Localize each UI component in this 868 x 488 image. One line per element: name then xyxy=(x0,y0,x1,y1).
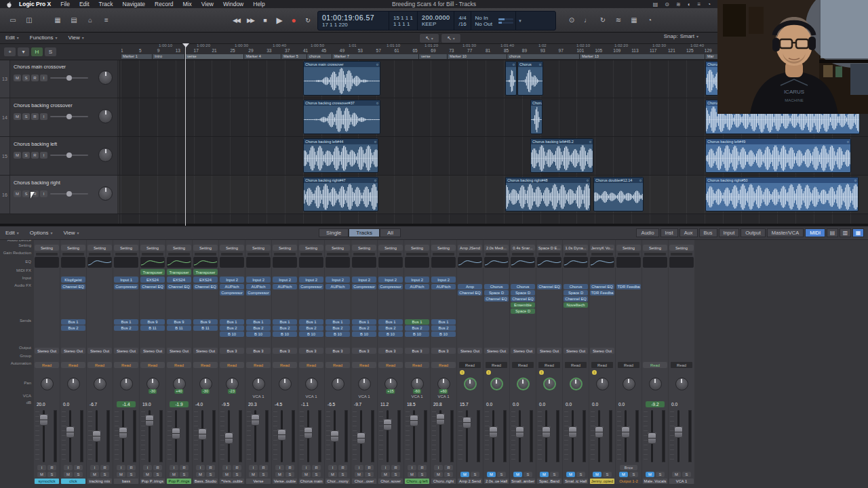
group-slot[interactable] xyxy=(325,355,351,361)
mixer-view-narrow-icon[interactable]: ▤ xyxy=(827,228,838,237)
send-slot-bus-1[interactable]: Bus 1 xyxy=(326,319,350,325)
fader-area[interactable] xyxy=(589,409,615,464)
solo-button[interactable]: S xyxy=(682,472,691,477)
fader-area[interactable] xyxy=(351,409,377,464)
track-m-button[interactable]: M xyxy=(14,75,21,81)
pan-control[interactable] xyxy=(589,377,615,394)
marker-chorus[interactable]: chorus xyxy=(307,54,332,59)
channel-setting-button[interactable]: Setting xyxy=(167,245,191,251)
volume-readout[interactable]: 0.0 xyxy=(589,401,615,407)
solo-button[interactable]: S xyxy=(656,472,665,477)
channel-setting-button[interactable]: Setting xyxy=(431,245,456,251)
channel-setting-button[interactable]: Setting xyxy=(643,245,667,251)
send-slot-b-11[interactable]: B 11 xyxy=(140,325,165,331)
channel-setting-button[interactable]: Setting xyxy=(616,245,641,251)
plugin-slot-aupitch[interactable]: AUPitch xyxy=(326,284,350,289)
channel-name[interactable]: Small..amber xyxy=(511,479,535,484)
mixer-channel-vers-ouble[interactable]: SettingInput 2AUPitchCompressorBus 1Bus … xyxy=(219,239,245,484)
solo-button[interactable]: S xyxy=(285,472,294,477)
automation-mode-button[interactable]: Read xyxy=(538,362,560,368)
fader-area[interactable] xyxy=(325,409,351,464)
pan-knob[interactable] xyxy=(543,378,556,390)
forward-button[interactable]: ▶▶ xyxy=(243,13,257,27)
pan-control[interactable] xyxy=(325,377,351,394)
input-monitor-button[interactable]: I xyxy=(222,465,231,470)
fader-handle[interactable] xyxy=(489,426,498,438)
eq-thumbnail[interactable] xyxy=(167,257,191,268)
send-slot-bus-9[interactable]: Bus 9 xyxy=(167,319,191,325)
send-slot-bus-2[interactable]: Bus 2 xyxy=(273,325,297,331)
plugin-slot-channel-eq[interactable]: Channel EQ xyxy=(564,296,588,302)
volume-readout[interactable]: 0.0 xyxy=(616,401,642,407)
send-slot-bus-2[interactable]: Bus 2 xyxy=(326,325,350,331)
channel-setting-button[interactable]: Setting xyxy=(35,245,59,251)
mixer-tab-tracks[interactable]: Tracks xyxy=(349,228,380,237)
channel-name[interactable]: Chor...over xyxy=(352,479,376,484)
track-r-button[interactable]: R xyxy=(31,152,39,159)
channel-name[interactable]: click xyxy=(61,479,85,484)
track-volume-slider[interactable] xyxy=(50,77,88,79)
plugin-slot-channel-eq[interactable]: Channel EQ xyxy=(484,296,509,302)
fader-handle[interactable] xyxy=(462,417,471,428)
mute-button[interactable]: M xyxy=(566,472,575,477)
pan-knob[interactable] xyxy=(490,378,503,390)
eq-thumbnail[interactable] xyxy=(484,257,509,268)
mixer-filter-midi[interactable]: MIDI xyxy=(805,228,825,237)
pan-control[interactable] xyxy=(34,377,60,394)
mute-button[interactable]: M xyxy=(37,472,46,477)
lcd-time[interactable]: 01:00:19:06.57 xyxy=(322,14,384,22)
volume-slider-handle[interactable] xyxy=(66,114,72,119)
track-header-chorus-main-crossover[interactable]: 13Chorus main crossoverMSRI xyxy=(0,60,117,98)
pan-control[interactable] xyxy=(642,377,668,394)
send-slot-bus-1[interactable]: Bus 1 xyxy=(273,319,297,325)
automation-mode-button[interactable]: Read xyxy=(299,362,323,368)
fader-area[interactable] xyxy=(87,409,113,464)
solo-button[interactable]: S xyxy=(47,472,56,477)
marker-marker-13[interactable]: Marker 13 xyxy=(580,54,705,59)
plugin-slot-channel-eq[interactable]: Channel EQ xyxy=(167,284,191,289)
mute-button[interactable]: M xyxy=(222,472,231,477)
plugin-slot-space-d[interactable]: Space D xyxy=(511,308,535,314)
mute-button[interactable]: M xyxy=(513,472,522,477)
automation-mode-button[interactable]: Read xyxy=(565,362,587,368)
volume-slider-handle[interactable] xyxy=(66,152,72,158)
pan-knob[interactable] xyxy=(41,378,54,390)
record-enable-button[interactable]: R xyxy=(444,465,453,470)
pan-control[interactable] xyxy=(536,377,562,394)
mixer-channel-bass[interactable]: SettingInput 1CompressorBus 1Bus 2Stereo… xyxy=(113,239,139,484)
track-r-button[interactable]: R xyxy=(31,113,39,120)
pan-knob[interactable] xyxy=(464,378,477,390)
eq-thumbnail[interactable] xyxy=(405,257,429,268)
track-header-chorus-backing-crossover[interactable]: 14Chorus backing crossoverMSRI xyxy=(0,98,117,137)
plugin-slot-compressor[interactable]: Compressor xyxy=(352,284,376,289)
automation-mode-button[interactable]: Read xyxy=(643,362,667,368)
fader-handle[interactable] xyxy=(595,426,604,438)
send-slot-bus-1[interactable]: Bus 1 xyxy=(220,319,244,325)
input-monitor-button[interactable]: I xyxy=(196,465,205,470)
channel-setting-button[interactable]: Setting xyxy=(140,245,165,251)
mute-button[interactable]: M xyxy=(90,472,99,477)
input-monitor-button[interactable]: I xyxy=(275,465,284,470)
input-slot[interactable]: EXS24 xyxy=(193,277,218,283)
group-slot[interactable] xyxy=(298,355,324,361)
playhead[interactable] xyxy=(185,43,186,226)
output-slot[interactable]: Bus 3 xyxy=(431,348,456,354)
track-r-button[interactable]: R xyxy=(31,75,39,81)
eq-thumbnail[interactable] xyxy=(378,257,403,268)
channel-name[interactable]: VCA 1 xyxy=(669,479,694,484)
eq-thumbnail[interactable] xyxy=(273,257,297,268)
mixer-channel-chor-sover[interactable]: SettingInput 2CompressorBus 1Bus 2B 10Bu… xyxy=(378,239,403,484)
volume-readout[interactable]: 0.0 xyxy=(563,401,589,407)
marker-marker-7[interactable]: Marker 7 xyxy=(332,54,419,59)
pan-control[interactable]: +15 xyxy=(378,377,403,394)
channel-setting-button[interactable]: Setting xyxy=(220,245,244,251)
pan-knob[interactable] xyxy=(252,378,265,390)
automation-mode-button[interactable]: Read xyxy=(35,362,59,368)
track-i-button[interactable]: I xyxy=(40,113,47,120)
track-header-chorus-backing-left[interactable]: 15Chorus backing leftMSRI xyxy=(0,137,117,176)
mixer-view-wide-icon[interactable]: ▦ xyxy=(852,228,864,237)
mixer-filter-bus[interactable]: Bus xyxy=(699,228,717,237)
pan-control[interactable] xyxy=(457,377,483,394)
channel-setting-button[interactable]: Setting xyxy=(193,245,218,251)
cycle-button[interactable]: ↻ xyxy=(300,13,314,27)
